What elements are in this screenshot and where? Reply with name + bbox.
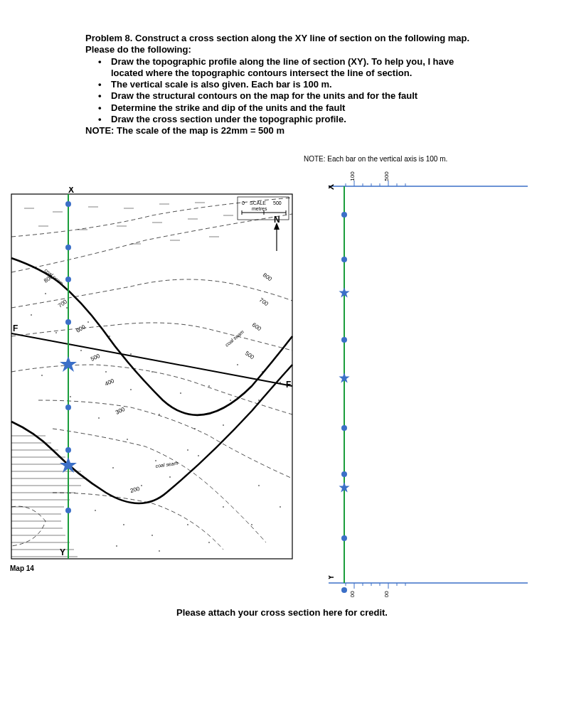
svg-point-43	[98, 417, 100, 419]
svg-point-34	[80, 350, 82, 351]
svg-rect-0	[11, 194, 292, 559]
svg-point-39	[230, 400, 231, 401]
svg-point-87	[65, 319, 71, 325]
problem-title: Problem 8. Construct a cross section alo…	[85, 33, 484, 44]
svg-point-24	[66, 307, 68, 309]
svg-point-56	[151, 535, 153, 536]
svg-point-30	[208, 385, 210, 387]
unit-label: coal seam	[155, 461, 179, 469]
svg-point-84	[65, 201, 71, 207]
svg-point-35	[105, 371, 107, 373]
svg-point-90	[65, 508, 71, 513]
svg-point-25	[87, 321, 89, 323]
svg-point-47	[223, 424, 224, 426]
svg-point-23	[45, 293, 46, 294]
axis-tick-label: 100	[349, 171, 356, 181]
svg-point-44	[127, 439, 128, 440]
svg-point-46	[187, 449, 188, 451]
axis-tick-label: 500	[383, 171, 390, 181]
marker-dot	[341, 425, 347, 431]
svg-point-26	[109, 336, 110, 337]
vertical-note: NOTE: Each bar on the vertical axis is 1…	[304, 155, 447, 163]
svg-point-63	[251, 524, 252, 525]
svg-point-37	[159, 414, 160, 415]
svg-point-58	[223, 506, 224, 508]
svg-point-29	[180, 392, 181, 394]
svg-point-31	[237, 364, 238, 365]
svg-point-89	[65, 447, 71, 453]
contour-label: 200	[129, 486, 141, 494]
x-label: X	[68, 187, 74, 195]
unit-label: coal seam	[224, 329, 245, 348]
profile-x-label: X	[329, 184, 336, 190]
marker-dot	[341, 257, 347, 262]
marker-dot	[341, 337, 347, 343]
svg-point-41	[41, 375, 43, 376]
marker-dot	[341, 212, 347, 218]
svg-point-32	[31, 314, 32, 316]
attach-note: Please attach your cross section here fo…	[0, 607, 564, 618]
svg-point-51	[141, 485, 142, 486]
marker-dot	[341, 471, 347, 477]
contour-label: 700	[258, 296, 270, 307]
svg-point-62	[208, 542, 210, 543]
svg-point-61	[159, 550, 160, 552]
map-label: Map 14	[10, 564, 34, 572]
scale-max: 500	[273, 200, 282, 205]
svg-point-33	[55, 332, 57, 333]
axis-tick-label: 500	[383, 591, 390, 597]
scale-note: NOTE: The scale of the map is 22mm = 500…	[85, 125, 484, 136]
svg-point-38	[194, 428, 196, 429]
y-label: Y	[60, 547, 65, 557]
bullet-item: Draw the topographic profile along the l…	[111, 56, 484, 80]
svg-point-59	[258, 485, 260, 486]
svg-point-49	[280, 382, 281, 383]
svg-point-45	[155, 460, 156, 461]
marker-dot	[341, 587, 347, 593]
marker-dot	[341, 535, 347, 541]
svg-point-48	[258, 400, 260, 401]
contour-label: 400	[104, 378, 115, 387]
contour-label: 600	[75, 323, 87, 334]
scale-units: metres	[252, 206, 267, 211]
profile-y-label: Y	[329, 574, 336, 580]
lead-text: Please do the following:	[85, 44, 484, 55]
svg-point-53	[198, 455, 199, 456]
contour-label: 600	[251, 321, 263, 332]
svg-point-36	[130, 389, 132, 390]
svg-point-64	[280, 506, 281, 508]
svg-point-42	[70, 396, 71, 397]
fault-label-left: F	[13, 323, 18, 333]
bullet-item: The vertical scale is also given. Each b…	[111, 79, 484, 90]
scale-zero: 0	[242, 200, 245, 205]
svg-point-85	[65, 245, 71, 250]
svg-point-27	[130, 353, 132, 355]
svg-point-50	[112, 467, 114, 469]
bullet-item: Draw the structural contours on the map …	[111, 90, 484, 102]
svg-point-60	[116, 545, 117, 547]
bullet-item: Determine the strike and dip of the unit…	[111, 102, 484, 114]
problem-text: Problem 8. Construct a cross section alo…	[85, 33, 484, 136]
svg-point-86	[65, 277, 71, 282]
contour-label: 500	[244, 350, 256, 360]
svg-point-55	[123, 524, 124, 525]
svg-point-28	[151, 371, 153, 373]
axis-tick-label: 100	[349, 591, 356, 597]
fault-label-right: F	[286, 380, 291, 390]
svg-point-54	[95, 510, 96, 511]
contour-label: 300	[115, 406, 126, 416]
geologic-map: X Y SCALE metres 0 500 N	[10, 187, 294, 571]
cross-section-template: 100 500 100 500 X Y	[329, 171, 528, 590]
svg-point-52	[169, 476, 171, 478]
contour-label: 500	[90, 353, 101, 363]
svg-point-40	[262, 371, 263, 373]
bullet-item: Draw the cross section under the topogra…	[111, 114, 484, 125]
svg-point-57	[187, 524, 188, 525]
svg-point-88	[65, 405, 71, 410]
contour-label: 800	[262, 272, 274, 282]
